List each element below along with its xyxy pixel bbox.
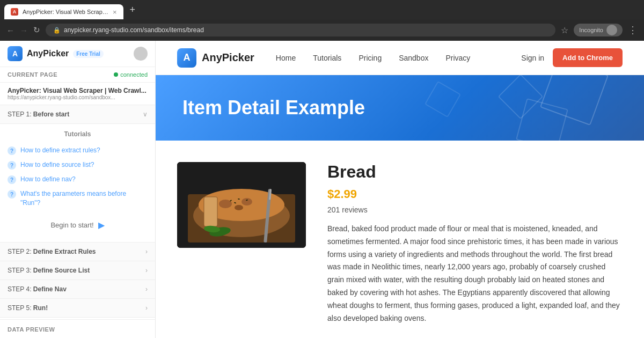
hero-decoration-4 <box>425 81 461 117</box>
tutorial-text-3: How to define nav? <box>20 175 76 184</box>
tutorial-icon-1: ? <box>8 146 16 155</box>
tab-close-button[interactable]: × <box>113 8 117 16</box>
sidebar-logo-icon: A <box>8 46 23 61</box>
step5-chevron-icon: › <box>145 304 148 312</box>
tutorial-icon-3: ? <box>8 175 16 184</box>
user-avatar[interactable] <box>134 47 148 61</box>
bookmark-icon[interactable]: ☆ <box>561 25 568 35</box>
address-input[interactable]: 🔒 anypicker.ryang-studio.com/sandbox/ite… <box>46 24 555 36</box>
incognito-avatar <box>606 25 617 35</box>
tab-bar: A AnypPicker: Visual Web Scrape... × + <box>0 0 644 19</box>
incognito-badge: Incognito <box>574 24 623 36</box>
lock-icon: 🔒 <box>53 27 61 34</box>
begin-label: Begin to start! <box>50 221 93 229</box>
sidebar-header: A AnyPicker Free Trial <box>0 41 155 67</box>
main-content: A AnyPicker Home Tutorials Pricing Sandb… <box>156 41 644 338</box>
site-nav-links: Home Tutorials Pricing Sandbox Privacy <box>276 54 521 62</box>
nav-link-privacy[interactable]: Privacy <box>445 54 470 62</box>
browser-tab[interactable]: A AnypPicker: Visual Web Scrape... × <box>4 4 123 19</box>
connected-label: connected <box>120 71 148 78</box>
nav-link-tutorials[interactable]: Tutorials <box>313 54 341 62</box>
tab-favicon: A <box>11 8 18 16</box>
sidebar: A AnyPicker Free Trial CURRENT PAGE conn… <box>0 41 156 338</box>
sidebar-logo-text: AnyPicker <box>27 49 69 58</box>
item-description: Bread, baked food product made of flour … <box>327 223 623 325</box>
item-detail: Bread $2.99 201 reviews Bread, baked foo… <box>156 141 644 338</box>
tutorial-item-3[interactable]: ? How to define nav? <box>8 172 148 187</box>
item-image <box>177 162 306 248</box>
browser-menu-icon[interactable]: ⋮ <box>628 24 638 36</box>
nav-link-home[interactable]: Home <box>276 54 296 62</box>
site-logo-icon: A <box>177 48 196 68</box>
nav-link-sandbox[interactable]: Sandbox <box>399 54 428 62</box>
current-page-label: CURRENT PAGE <box>8 71 57 78</box>
item-reviews: 201 reviews <box>327 205 623 214</box>
item-name: Bread <box>327 162 623 182</box>
step1-label: STEP 1: Before start <box>8 111 69 118</box>
site-nav: A AnyPicker Home Tutorials Pricing Sandb… <box>156 41 644 75</box>
data-preview-label: DATA PREVIEW <box>8 326 55 333</box>
step1-header[interactable]: STEP 1: Before start ∨ <box>0 105 155 124</box>
step3-label: STEP 3: Define Source List <box>8 267 90 274</box>
step3-chevron-icon: › <box>145 267 148 274</box>
address-text: anypicker.ryang-studio.com/sandbox/items… <box>64 26 204 34</box>
item-price: $2.99 <box>327 187 623 201</box>
step3-header[interactable]: STEP 3: Define Source List › <box>0 261 155 280</box>
current-page-section: CURRENT PAGE connected <box>0 67 155 83</box>
step2-label: STEP 2: Define Extract Rules <box>8 248 96 255</box>
add-to-chrome-button[interactable]: Add to Chrome <box>553 48 623 67</box>
address-bar: ← → ↻ 🔒 anypicker.ryang-studio.com/sandb… <box>0 19 644 41</box>
step1-content: Tutorials ? How to define extract rules?… <box>0 124 155 243</box>
step1-chevron-icon: ∨ <box>143 111 148 118</box>
tutorial-text-2: How to define source list? <box>20 160 94 170</box>
page-info: AnyPicker: Visual Web Scraper | Web Craw… <box>0 83 155 105</box>
svg-point-6 <box>235 205 243 210</box>
nav-link-pricing[interactable]: Pricing <box>358 54 382 62</box>
new-tab-button[interactable]: + <box>126 4 140 16</box>
browser-chrome: A AnypPicker: Visual Web Scrape... × + ←… <box>0 0 644 41</box>
site-logo: A AnyPicker <box>177 48 254 68</box>
sign-in-link[interactable]: Sign in <box>521 54 544 62</box>
sidebar-logo: A AnyPicker Free Trial <box>8 46 104 61</box>
svg-rect-7 <box>204 197 217 226</box>
connected-dot-icon <box>114 72 118 77</box>
page-url-text: https://anypicker.ryang-studio.com/sandb… <box>8 94 148 100</box>
step4-chevron-icon: › <box>145 285 148 293</box>
step4-header[interactable]: STEP 4: Define Nav › <box>0 280 155 299</box>
site-logo-text: AnyPicker <box>202 52 254 64</box>
trial-badge: Free Trial <box>73 50 103 58</box>
incognito-label: Incognito <box>579 27 603 33</box>
tutorial-item-4[interactable]: ? What's the parameters means before "Ru… <box>8 187 148 210</box>
forward-button[interactable]: → <box>20 26 28 35</box>
svg-point-5 <box>241 198 252 205</box>
tutorial-text-4: What's the parameters means before "Run"… <box>20 189 148 208</box>
tutorials-heading: Tutorials <box>8 130 148 138</box>
page-title-text: AnyPicker: Visual Web Scraper | Web Craw… <box>8 87 148 94</box>
tutorial-icon-2: ? <box>8 161 16 170</box>
bread-image-svg <box>177 162 306 248</box>
data-preview-section: DATA PREVIEW <box>0 319 155 338</box>
step5-label: STEP 5: Run! <box>8 304 48 312</box>
reload-button[interactable]: ↻ <box>33 25 40 35</box>
connected-badge: connected <box>114 71 148 78</box>
site-nav-actions: Sign in Add to Chrome <box>521 48 623 67</box>
tutorial-item-2[interactable]: ? How to define source list? <box>8 158 148 172</box>
back-button[interactable]: ← <box>6 26 14 35</box>
tutorial-icon-4: ? <box>8 190 16 199</box>
begin-button[interactable]: Begin to start! ▶ <box>8 215 148 236</box>
step5-header[interactable]: STEP 5: Run! › <box>0 299 155 318</box>
hero-title: Item Detail Example <box>182 97 365 119</box>
tutorial-text-1: How to define extract rules? <box>20 146 100 155</box>
main-layout: A AnyPicker Free Trial CURRENT PAGE conn… <box>0 41 644 338</box>
tab-title: AnypPicker: Visual Web Scrape... <box>23 9 108 15</box>
step2-chevron-icon: › <box>145 248 148 255</box>
play-icon: ▶ <box>98 220 105 230</box>
step2-header[interactable]: STEP 2: Define Extract Rules › <box>0 243 155 261</box>
hero-banner: Item Detail Example <box>156 75 644 141</box>
step4-label: STEP 4: Define Nav <box>8 285 67 293</box>
tutorial-item-1[interactable]: ? How to define extract rules? <box>8 143 148 158</box>
item-info: Bread $2.99 201 reviews Bread, baked foo… <box>327 162 623 325</box>
